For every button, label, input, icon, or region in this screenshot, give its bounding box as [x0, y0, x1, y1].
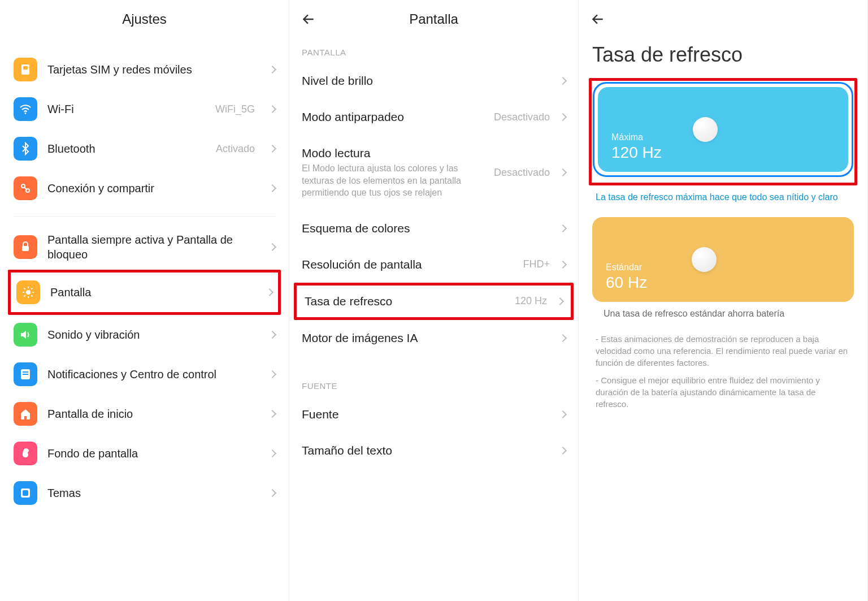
- wifi-icon: [14, 97, 37, 121]
- chevron-right-icon: [268, 184, 276, 192]
- chevron-right-icon: [559, 334, 567, 342]
- option-title: Fuente: [302, 408, 554, 421]
- option-value: FHD+: [523, 258, 550, 270]
- option-brightness[interactable]: Nivel de brillo: [302, 63, 566, 99]
- refresh-content: Tasa de refresco Máxima 120 Hz La tasa d…: [579, 43, 867, 410]
- settings-panel: Ajustes Tarjetas SIM y redes móviles Wi-…: [0, 0, 289, 601]
- back-button[interactable]: [301, 11, 316, 27]
- display-title: Pantalla: [409, 11, 458, 27]
- setting-row-wifi[interactable]: Wi-Fi WiFi_5G: [8, 89, 281, 129]
- rate-card-std[interactable]: Estándar 60 Hz: [592, 217, 854, 302]
- settings-title: Ajustes: [122, 11, 167, 27]
- svg-rect-16: [23, 371, 28, 373]
- svg-line-13: [24, 295, 25, 296]
- chevron-right-icon: [559, 77, 567, 85]
- settings-header: Ajustes: [0, 0, 289, 38]
- rate-name: Máxima: [611, 132, 835, 142]
- setting-value: Activado: [216, 143, 255, 155]
- svg-point-6: [26, 290, 31, 295]
- sound-icon: [14, 323, 37, 347]
- display-content: PANTALLA Nivel de brillo Modo antiparpad…: [289, 47, 578, 469]
- themes-icon: [14, 481, 37, 505]
- option-value: Desactivado: [494, 167, 550, 179]
- back-button[interactable]: [590, 11, 606, 27]
- chevron-right-icon: [268, 449, 276, 457]
- option-title: Resolución de pantalla: [302, 258, 517, 271]
- rate-caption-max: La tasa de refresco máxima hace que todo…: [596, 191, 850, 204]
- setting-label: Sonido y vibración: [47, 327, 259, 342]
- demo-ball-icon: [693, 117, 718, 142]
- rate-card-max[interactable]: Máxima 120 Hz: [598, 87, 848, 172]
- setting-row-themes[interactable]: Temas: [8, 473, 281, 513]
- divider: [14, 216, 275, 217]
- chevron-right-icon: [559, 224, 567, 232]
- setting-row-homescreen[interactable]: Pantalla de inicio: [8, 394, 281, 434]
- chevron-right-icon: [559, 447, 567, 455]
- page-title: Tasa de refresco: [592, 43, 854, 67]
- highlight-refresh: Tasa de refresco 120 Hz: [294, 283, 574, 320]
- display-panel: Pantalla PANTALLA Nivel de brillo Modo a…: [289, 0, 579, 601]
- setting-row-sim[interactable]: Tarjetas SIM y redes móviles: [8, 50, 281, 89]
- option-title: Tasa de refresco: [305, 295, 509, 308]
- svg-line-12: [31, 295, 32, 296]
- option-title: Esquema de colores: [302, 222, 554, 235]
- setting-label: Fondo de pantalla: [47, 446, 259, 461]
- bluetooth-icon: [14, 137, 37, 161]
- chevron-right-icon: [268, 410, 276, 418]
- setting-label: Notificaciones y Centro de control: [47, 367, 259, 382]
- option-antiflicker[interactable]: Modo antiparpadeo Desactivado: [302, 99, 566, 135]
- option-value: Desactivado: [494, 111, 550, 123]
- option-ai-engine[interactable]: Motor de imágenes IA: [302, 320, 566, 356]
- option-refresh-rate[interactable]: Tasa de refresco 120 Hz: [297, 286, 571, 317]
- option-readmode[interactable]: Modo lectura El Modo lectura ajusta los …: [302, 135, 566, 210]
- chevron-right-icon: [268, 370, 276, 378]
- setting-row-notifications[interactable]: Notificaciones y Centro de control: [8, 354, 281, 394]
- setting-row-display[interactable]: Pantalla: [11, 273, 278, 312]
- chevron-right-icon: [266, 288, 274, 296]
- section-label-fuente: FUENTE: [302, 381, 566, 391]
- option-title: Motor de imágenes IA: [302, 331, 554, 345]
- option-colorscheme[interactable]: Esquema de colores: [302, 210, 566, 247]
- refresh-header: [579, 0, 867, 38]
- refresh-panel: Tasa de refresco Máxima 120 Hz La tasa d…: [579, 0, 868, 601]
- wallpaper-icon: [14, 442, 37, 465]
- setting-row-connection[interactable]: Conexión y compartir: [8, 168, 281, 208]
- chevron-right-icon: [268, 105, 276, 113]
- setting-row-sound[interactable]: Sonido y vibración: [8, 315, 281, 354]
- notifications-icon: [14, 362, 37, 386]
- sim-icon: [14, 58, 37, 81]
- chevron-right-icon: [559, 410, 567, 418]
- option-textsize[interactable]: Tamaño del texto: [302, 433, 566, 469]
- option-title: Modo lectura: [302, 146, 488, 160]
- setting-row-lockscreen[interactable]: Pantalla siempre activa y Pantalla de bl…: [8, 224, 281, 270]
- rate-caption-std: Una tasa de refresco estándar ahorra bat…: [596, 308, 850, 320]
- display-header: Pantalla: [289, 0, 578, 38]
- setting-label: Pantalla: [50, 285, 257, 300]
- chevron-right-icon: [556, 297, 564, 305]
- svg-point-2: [25, 113, 27, 114]
- rate-hz: 60 Hz: [606, 274, 840, 292]
- chevron-right-icon: [268, 145, 276, 153]
- setting-row-bluetooth[interactable]: Bluetooth Activado: [8, 129, 281, 168]
- setting-label: Pantalla siempre activa y Pantalla de bl…: [47, 232, 259, 262]
- highlight-max-card: Máxima 120 Hz: [589, 78, 857, 185]
- rate-name: Estándar: [606, 262, 840, 273]
- option-resolution[interactable]: Resolución de pantalla FHD+: [302, 247, 566, 283]
- setting-label: Wi-Fi: [47, 102, 205, 116]
- setting-row-wallpaper[interactable]: Fondo de pantalla: [8, 434, 281, 473]
- svg-line-14: [31, 288, 32, 289]
- svg-rect-5: [22, 246, 29, 251]
- rate-card-max-outer: Máxima 120 Hz: [593, 82, 853, 177]
- option-font[interactable]: Fuente: [302, 396, 566, 433]
- option-title: Tamaño del texto: [302, 444, 554, 457]
- setting-label: Tarjetas SIM y redes móviles: [47, 62, 259, 77]
- chevron-right-icon: [268, 489, 276, 497]
- footnote-1: - Estas animaciones de demostración se r…: [596, 333, 850, 369]
- home-icon: [14, 402, 37, 426]
- option-value: 120 Hz: [515, 295, 547, 307]
- connection-icon: [14, 176, 37, 200]
- chevron-right-icon: [268, 243, 276, 251]
- setting-value: WiFi_5G: [215, 103, 255, 115]
- rate-hz: 120 Hz: [611, 144, 835, 162]
- highlight-pantalla: Pantalla: [8, 270, 281, 315]
